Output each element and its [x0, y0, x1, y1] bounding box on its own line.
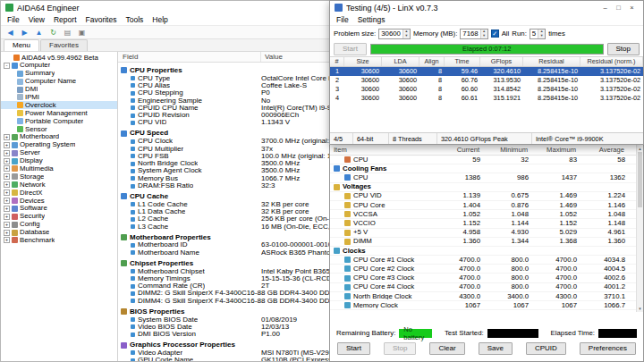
spin-down-icon[interactable]: ▾ — [538, 34, 545, 38]
stats-row-cpu-vid[interactable]: CPU VID1.1390.6751.4691.224 — [330, 192, 636, 201]
stats-row-voltages[interactable]: Voltages — [330, 183, 636, 192]
field-column-header[interactable]: Field — [118, 52, 261, 62]
grid-row[interactable]: 43060030600860.61315.19218.258415e-103.1… — [330, 94, 643, 103]
all-checkbox[interactable]: ✓ — [491, 29, 499, 38]
tree-item-summary[interactable]: Summary — [1, 70, 117, 78]
tab-menu[interactable]: Menu — [4, 39, 39, 51]
expand-toggle-icon[interactable]: + — [4, 150, 10, 156]
linx-stop-button[interactable]: Stop — [607, 43, 640, 55]
tree-item-portable-computer[interactable]: Portable Computer — [1, 117, 117, 125]
tree-item-computer[interactable]: -Computer — [1, 62, 117, 70]
grid-col-gflops[interactable]: GFlops — [480, 57, 523, 66]
maximize-icon[interactable]: □ — [612, 3, 625, 13]
menu-report[interactable]: Report — [49, 15, 81, 24]
stats-col-current[interactable]: Current — [443, 146, 491, 154]
menu-file[interactable]: File — [3, 15, 24, 24]
expand-toggle-icon[interactable]: + — [4, 158, 10, 164]
scroll-thumb[interactable] — [638, 152, 642, 207]
grid-col-lda[interactable]: LDA — [382, 57, 419, 66]
expand-toggle-icon[interactable]: + — [4, 142, 10, 148]
preferences-button[interactable]: Preferences — [580, 342, 636, 355]
stats-col-average[interactable]: Average — [588, 146, 636, 154]
tree-item-config[interactable]: +Config — [1, 221, 117, 229]
tree-item-aida64-v5-99-4962-beta[interactable]: AIDA64 v5.99.4962 Beta — [1, 54, 117, 62]
stop-button[interactable]: Stop — [384, 342, 416, 355]
problem-size-input[interactable]: 30600 ▴ ▾ — [378, 29, 411, 39]
expand-toggle-icon[interactable]: + — [4, 173, 10, 180]
stats-row-cpu-core-1-clock[interactable]: CPU Core #1 Clock4700.0800.04700.04034.8 — [330, 256, 636, 265]
problem-size-spinner[interactable]: ▴ ▾ — [402, 29, 410, 38]
scroll-track[interactable] — [637, 207, 643, 305]
memory-spinner[interactable]: ▴ ▾ — [480, 29, 487, 38]
expand-toggle-icon[interactable]: + — [4, 165, 10, 172]
screenshot-icon[interactable]: ▣ — [76, 27, 88, 38]
stats-col-item[interactable]: Item — [330, 146, 443, 154]
tree-item-dmi[interactable]: DMI — [1, 86, 117, 94]
expand-toggle-icon[interactable]: + — [4, 134, 10, 140]
expand-toggle-icon[interactable]: + — [4, 189, 10, 196]
linx-titlebar[interactable]: Testing (4/5) - LinX v0.7.3 – □ × — [330, 1, 643, 14]
linx-menu-settings[interactable]: Settings — [353, 15, 390, 24]
tree-item-network[interactable]: +Network — [1, 181, 117, 189]
grid-col-time[interactable]: Time — [445, 57, 480, 66]
tree-item-ipmi[interactable]: IPMI — [1, 93, 117, 101]
report-icon[interactable]: ▤ — [62, 27, 73, 38]
grid-col-residual-norm[interactable]: Residual (norm.) — [580, 57, 643, 66]
expand-toggle-icon[interactable]: + — [4, 214, 10, 220]
tree-item-power-management[interactable]: Power Management — [1, 109, 117, 117]
scrollbar[interactable]: ▴ ▾ — [636, 145, 643, 312]
stats-row-cpu[interactable]: CPU59328358 — [330, 156, 636, 164]
grid-col-align[interactable]: Align — [419, 57, 445, 66]
tree-item-software[interactable]: +Software — [1, 205, 117, 213]
stats-col-minimum[interactable]: Minimum — [491, 146, 539, 154]
tab-favorites[interactable]: Favorites — [40, 39, 88, 51]
tree-item-database[interactable]: +Database — [1, 229, 117, 237]
back-icon[interactable]: ◀ — [4, 27, 16, 38]
stats-row-vccsa[interactable]: VCCSA1.0521.0481.0521.048 — [330, 210, 636, 219]
menu-favorites[interactable]: Favorites — [81, 15, 122, 24]
menu-help[interactable]: Help — [148, 15, 172, 24]
expand-toggle-icon[interactable]: + — [4, 222, 10, 228]
linx-menu-file[interactable]: File — [332, 15, 353, 24]
run-count-spinner[interactable]: ▴ ▾ — [538, 29, 545, 38]
stats-row-clocks[interactable]: Clocks — [330, 247, 636, 256]
tree-item-display[interactable]: +Display — [1, 157, 117, 165]
spin-down-icon[interactable]: ▾ — [403, 34, 410, 38]
stats-row-cpu-core-3-clock[interactable]: CPU Core #3 Clock4700.0800.04700.04002.6 — [330, 274, 636, 282]
stats-row-cpu-core-4-clock[interactable]: CPU Core #4 Clock4700.0800.04700.04001.2 — [330, 283, 636, 292]
tree-item-directx[interactable]: +DirectX — [1, 189, 117, 197]
stats-row-cpu[interactable]: CPU138698614371362 — [330, 173, 636, 182]
expand-toggle-icon[interactable]: + — [4, 230, 10, 236]
save-button[interactable]: Save — [479, 342, 513, 355]
run-count-input[interactable]: 5 ▴ ▾ — [530, 29, 546, 39]
cpuid-button[interactable]: CPUID — [526, 342, 566, 355]
tree-item-motherboard[interactable]: +Motherboard — [1, 133, 117, 141]
stats-row-cooling-fans[interactable]: Cooling Fans — [330, 164, 636, 173]
tree-item-sensor[interactable]: Sensor — [1, 125, 117, 133]
tree-item-devices[interactable]: +Devices — [1, 197, 117, 205]
stats-row-cpu-core-2-clock[interactable]: CPU Core #2 Clock4700.0800.04700.04004.5 — [330, 265, 636, 274]
scroll-down-icon[interactable]: ▾ — [637, 305, 643, 312]
grid-row[interactable]: 13060030600859.46320.46108.258415e-103.1… — [330, 67, 643, 76]
grid-col-size[interactable]: Size — [344, 57, 382, 66]
memory-input[interactable]: 7168 ▴ ▾ — [460, 29, 487, 39]
grid-row[interactable]: 33060030600860.60314.85428.258415e-103.1… — [330, 85, 643, 94]
grid-col-item[interactable]: # — [330, 57, 344, 66]
spin-down-icon[interactable]: ▾ — [481, 34, 487, 38]
tree-item-security[interactable]: +Security — [1, 213, 117, 221]
grid-row[interactable]: 23060030600860.76313.95308.258415e-103.1… — [330, 76, 643, 85]
expand-toggle-icon[interactable]: + — [4, 206, 10, 212]
stats-row-vccio[interactable]: VCCIO1.1521.1441.1521.148 — [330, 219, 636, 228]
up-icon[interactable]: ▲ — [33, 27, 45, 38]
expand-toggle-icon[interactable]: - — [4, 63, 10, 69]
grid-col-residual[interactable]: Residual — [523, 57, 580, 66]
refresh-icon[interactable]: ↻ — [47, 27, 59, 38]
tree-item-server[interactable]: +Server — [1, 149, 117, 157]
start-button[interactable]: Start — [337, 342, 370, 355]
close-icon[interactable]: × — [625, 3, 639, 13]
stats-row-cpu-core[interactable]: CPU Core1.4040.8761.4691.146 — [330, 201, 636, 210]
scroll-up-icon[interactable]: ▴ — [637, 145, 643, 152]
expand-toggle-icon[interactable]: + — [4, 181, 10, 188]
tree-item-multimedia[interactable]: +Multimedia — [1, 164, 117, 173]
tree-item-computer-name[interactable]: Computer Name — [1, 78, 117, 86]
